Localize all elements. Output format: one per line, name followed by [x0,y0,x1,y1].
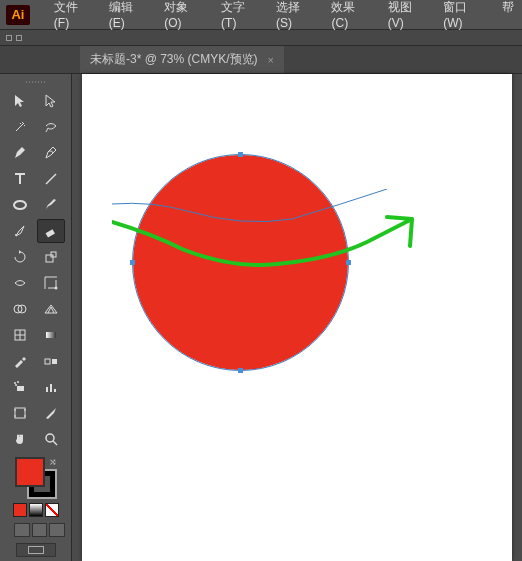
svg-rect-18 [54,389,56,392]
hand-tool[interactable] [6,427,34,451]
green-arrow-path[interactable] [112,214,432,294]
paintbrush-tool[interactable] [37,193,65,217]
menu-help[interactable]: 帮 [494,0,522,34]
blend-tool[interactable] [37,349,65,373]
fill-swatch[interactable] [15,457,45,487]
control-placeholder [16,35,22,41]
svg-point-13 [14,382,16,384]
svg-rect-17 [50,384,52,392]
curvature-tool[interactable] [37,141,65,165]
color-swatches: ⤭ [6,457,65,557]
draw-behind-mode[interactable] [32,523,48,537]
draw-inside-mode[interactable] [49,523,65,537]
app-logo: Ai [6,5,30,25]
screen-mode-button[interactable] [16,543,56,557]
color-mode-gradient[interactable] [29,503,43,517]
control-placeholder [6,35,12,41]
menu-view[interactable]: 视图(V) [380,0,436,34]
svg-rect-2 [45,229,54,237]
menu-file[interactable]: 文件(F) [46,0,101,34]
shaper-tool[interactable] [6,219,34,243]
perspective-grid-tool[interactable] [37,297,65,321]
swap-fill-stroke-icon[interactable]: ⤭ [49,457,57,467]
svg-rect-19 [15,408,25,418]
eyedropper-tool[interactable] [6,349,34,373]
direct-selection-tool[interactable] [37,89,65,113]
svg-rect-11 [52,359,57,364]
artboard-tool[interactable] [6,401,34,425]
ellipse-tool[interactable] [6,193,34,217]
selection-tool[interactable] [6,89,34,113]
slice-tool[interactable] [37,401,65,425]
column-graph-tool[interactable] [37,375,65,399]
svg-rect-16 [46,387,48,392]
scale-tool[interactable] [37,245,65,269]
line-tool[interactable] [37,167,65,191]
svg-rect-10 [45,359,50,364]
gradient-tool[interactable] [37,323,65,347]
tools-panel: ⤭ [0,74,72,561]
shape-builder-tool[interactable] [6,297,34,321]
document-tabs: 未标题-3* @ 73% (CMYK/预览) × [0,46,522,74]
symbol-sprayer-tool[interactable] [6,375,34,399]
mesh-tool[interactable] [6,323,34,347]
svg-point-15 [15,384,17,386]
svg-point-1 [15,234,17,236]
menu-select[interactable]: 选择(S) [268,0,324,34]
workspace: ⤭ [0,74,522,561]
menu-type[interactable]: 文字(T) [213,0,268,34]
close-icon[interactable]: × [268,54,274,66]
zoom-tool[interactable] [37,427,65,451]
svg-rect-3 [46,255,53,262]
draw-normal-mode[interactable] [14,523,30,537]
artboard[interactable] [82,74,512,561]
rotate-tool[interactable] [6,245,34,269]
lasso-tool[interactable] [37,115,65,139]
width-tool[interactable] [6,271,34,295]
magic-wand-tool[interactable] [6,115,34,139]
panel-grip[interactable] [6,78,65,86]
svg-point-14 [17,381,19,383]
selection-handle-top[interactable] [238,152,243,157]
selection-handle-bottom[interactable] [238,368,243,373]
svg-point-0 [14,201,26,209]
menu-effect[interactable]: 效果(C) [323,0,379,34]
canvas-area[interactable] [72,74,522,561]
menu-window[interactable]: 窗口(W) [435,0,494,34]
main-menu: 文件(F) 编辑(E) 对象(O) 文字(T) 选择(S) 效果(C) 视图(V… [46,0,522,34]
svg-rect-12 [17,386,24,391]
fill-stroke-swatch[interactable]: ⤭ [15,457,57,499]
document-tab[interactable]: 未标题-3* @ 73% (CMYK/预览) × [80,46,284,73]
menu-bar: Ai 文件(F) 编辑(E) 对象(O) 文字(T) 选择(S) 效果(C) 视… [0,0,522,30]
type-tool[interactable] [6,167,34,191]
free-transform-tool[interactable] [37,271,65,295]
eraser-tool[interactable] [37,219,65,243]
color-mode-none[interactable] [45,503,59,517]
svg-rect-9 [46,332,56,338]
svg-point-20 [46,434,54,442]
svg-point-5 [54,287,57,290]
menu-edit[interactable]: 编辑(E) [101,0,157,34]
pen-tool[interactable] [6,141,34,165]
color-mode-solid[interactable] [13,503,27,517]
tab-title: 未标题-3* @ 73% (CMYK/预览) [90,51,258,68]
menu-object[interactable]: 对象(O) [156,0,213,34]
